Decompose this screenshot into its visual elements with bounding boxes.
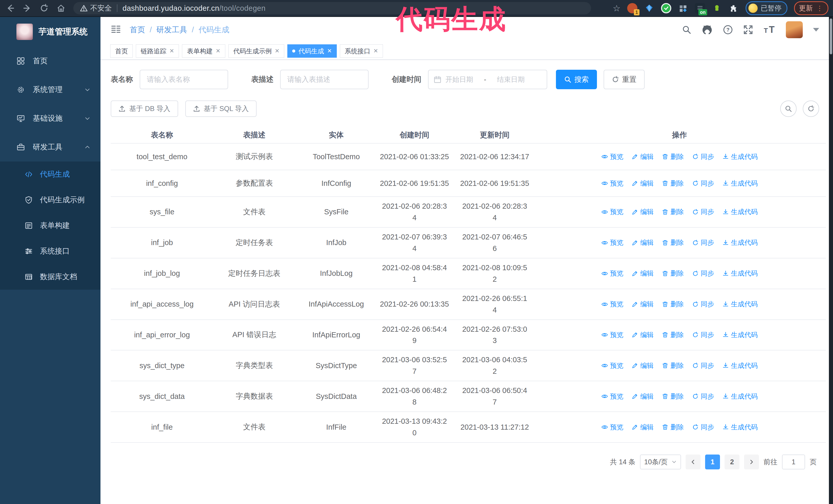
tag-home[interactable]: 首页 xyxy=(110,44,133,58)
page-size-select[interactable]: 10条/页 xyxy=(640,455,681,470)
extension-icon-gem[interactable] xyxy=(644,3,654,13)
edit-link[interactable]: 编辑 xyxy=(632,208,653,216)
preview-link[interactable]: 预览 xyxy=(601,392,623,401)
sidebar-item-home[interactable]: 首页 xyxy=(0,47,100,75)
collapse-sidebar-icon[interactable] xyxy=(111,25,121,35)
preview-link[interactable]: 预览 xyxy=(601,208,623,216)
generate-code-link[interactable]: 生成代码 xyxy=(722,361,758,370)
browser-refresh-icon[interactable] xyxy=(38,2,51,15)
browser-forward-icon[interactable] xyxy=(21,2,34,15)
sidebar-item-system-management[interactable]: 系统管理 xyxy=(0,75,100,104)
extension-icon-orange[interactable]: 1 xyxy=(627,3,638,13)
edit-link[interactable]: 编辑 xyxy=(632,152,653,161)
import-db-button[interactable]: 基于 DB 导入 xyxy=(111,100,178,117)
generate-code-link[interactable]: 生成代码 xyxy=(722,152,758,161)
browser-back-icon[interactable] xyxy=(4,2,17,15)
profile-paused-chip[interactable]: 已暂停 xyxy=(745,1,787,15)
delete-link[interactable]: 删除 xyxy=(662,179,684,188)
sync-link[interactable]: 同步 xyxy=(692,152,714,161)
sidebar-subitem-form-builder[interactable]: 表单构建 xyxy=(0,213,100,238)
sidebar-subitem-system-api[interactable]: 系统接口 xyxy=(0,238,100,264)
sidebar-item-dev-tools[interactable]: 研发工具 xyxy=(0,133,100,162)
refresh-table-button[interactable] xyxy=(803,100,819,117)
help-icon[interactable]: ? xyxy=(723,25,733,35)
sync-link[interactable]: 同步 xyxy=(692,361,714,370)
preview-link[interactable]: 预览 xyxy=(601,152,623,161)
edit-link[interactable]: 编辑 xyxy=(632,269,653,278)
table-desc-input[interactable] xyxy=(280,70,368,89)
tag-close-icon[interactable]: ✕ xyxy=(169,48,174,54)
generate-code-link[interactable]: 生成代码 xyxy=(722,423,758,432)
search-icon[interactable] xyxy=(682,25,691,34)
preview-link[interactable]: 预览 xyxy=(601,331,623,339)
delete-link[interactable]: 删除 xyxy=(662,208,684,216)
app-logo-row[interactable]: 芋道管理系统 xyxy=(0,17,100,47)
delete-link[interactable]: 删除 xyxy=(662,238,684,247)
breadcrumb-devtools[interactable]: 研发工具 xyxy=(156,25,187,35)
import-sql-button[interactable]: 基于 SQL 导入 xyxy=(185,100,257,117)
scrollbar-thumb[interactable] xyxy=(830,19,832,54)
sidebar-subitem-db-docs[interactable]: 数据库文档 xyxy=(0,264,100,290)
edit-link[interactable]: 编辑 xyxy=(632,238,653,247)
reset-button[interactable]: 重置 xyxy=(603,70,645,89)
generate-code-link[interactable]: 生成代码 xyxy=(722,238,758,247)
delete-link[interactable]: 删除 xyxy=(662,392,684,401)
sync-link[interactable]: 同步 xyxy=(692,392,714,401)
tag-codegen-example[interactable]: 代码生成示例✕ xyxy=(229,44,284,58)
start-date-placeholder[interactable]: 开始日期 xyxy=(446,75,473,84)
tag-close-icon[interactable]: ✕ xyxy=(216,48,220,54)
tag-close-icon[interactable]: ✕ xyxy=(374,48,378,54)
preview-link[interactable]: 预览 xyxy=(601,361,623,370)
sync-link[interactable]: 同步 xyxy=(692,331,714,339)
toggle-search-button[interactable] xyxy=(780,100,796,117)
sync-link[interactable]: 同步 xyxy=(692,300,714,309)
delete-link[interactable]: 删除 xyxy=(662,361,684,370)
preview-link[interactable]: 预览 xyxy=(601,238,623,247)
extension-icon-green-check[interactable] xyxy=(661,3,671,13)
edit-link[interactable]: 编辑 xyxy=(632,331,653,339)
generate-code-link[interactable]: 生成代码 xyxy=(722,208,758,216)
generate-code-link[interactable]: 生成代码 xyxy=(722,392,758,401)
delete-link[interactable]: 删除 xyxy=(662,423,684,432)
table-name-input[interactable] xyxy=(140,70,228,89)
sidebar-subitem-codegen-example[interactable]: 代码生成示例 xyxy=(0,187,100,213)
edit-link[interactable]: 编辑 xyxy=(632,300,653,309)
edit-link[interactable]: 编辑 xyxy=(632,179,653,188)
site-security-warning[interactable]: 不安全 xyxy=(80,3,112,13)
tag-system-api[interactable]: 系统接口✕ xyxy=(340,44,383,58)
create-time-range-picker[interactable]: 开始日期 - 结束日期 xyxy=(428,70,547,89)
browser-scrollbar[interactable] xyxy=(829,17,833,504)
page-button-1[interactable]: 1 xyxy=(705,455,720,470)
tag-close-icon[interactable]: ✕ xyxy=(327,48,332,54)
prev-page-button[interactable] xyxy=(686,455,700,470)
edit-link[interactable]: 编辑 xyxy=(632,361,653,370)
browser-home-icon[interactable] xyxy=(54,2,68,15)
goto-page-input[interactable] xyxy=(782,455,805,470)
delete-link[interactable]: 删除 xyxy=(662,331,684,339)
preview-link[interactable]: 预览 xyxy=(601,423,623,432)
tag-close-icon[interactable]: ✕ xyxy=(275,48,279,54)
page-button-2[interactable]: 2 xyxy=(724,455,739,470)
generate-code-link[interactable]: 生成代码 xyxy=(722,300,758,309)
end-date-placeholder[interactable]: 结束日期 xyxy=(497,75,525,84)
preview-link[interactable]: 预览 xyxy=(601,300,623,309)
github-icon[interactable] xyxy=(702,25,713,35)
sidebar-subitem-codegen[interactable]: 代码生成 xyxy=(0,162,100,187)
sync-link[interactable]: 同步 xyxy=(692,423,714,432)
chrome-update-button[interactable]: 更新 ⋮ xyxy=(794,1,828,15)
delete-link[interactable]: 删除 xyxy=(662,152,684,161)
extension-icon-android[interactable] xyxy=(712,3,722,13)
sidebar-item-infrastructure[interactable]: 基础设施 xyxy=(0,104,100,133)
font-size-icon[interactable]: TT xyxy=(763,25,776,35)
avatar-caret-icon[interactable] xyxy=(813,28,819,31)
extensions-puzzle-icon[interactable] xyxy=(729,3,739,13)
next-page-button[interactable] xyxy=(744,455,759,470)
bookmark-star-icon[interactable]: ☆ xyxy=(613,3,620,13)
fullscreen-icon[interactable] xyxy=(743,25,753,34)
sync-link[interactable]: 同步 xyxy=(692,238,714,247)
extension-icon-grid[interactable] xyxy=(678,3,688,13)
edit-link[interactable]: 编辑 xyxy=(632,423,653,432)
sync-link[interactable]: 同步 xyxy=(692,208,714,216)
user-avatar[interactable] xyxy=(786,21,803,38)
tag-codegen[interactable]: 代码生成✕ xyxy=(287,44,336,58)
